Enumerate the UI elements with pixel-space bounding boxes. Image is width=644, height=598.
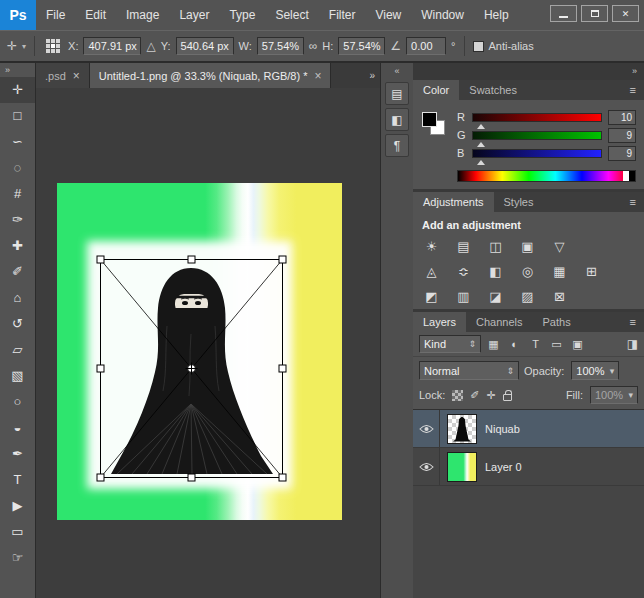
invert-icon[interactable]: ◩ bbox=[421, 287, 442, 306]
fill-dropdown[interactable]: 100% ▾ bbox=[590, 386, 638, 404]
menu-item[interactable]: File bbox=[36, 0, 75, 30]
lasso-tool[interactable]: ∽ bbox=[0, 129, 35, 155]
filter-smart-objects-icon[interactable]: ▣ bbox=[569, 336, 586, 353]
curves-icon[interactable]: ◫ bbox=[485, 237, 506, 256]
move-tool[interactable]: ✛ bbox=[0, 77, 35, 103]
tab-close-icon[interactable]: × bbox=[73, 69, 80, 83]
panel-tab[interactable]: Swatches bbox=[459, 80, 527, 100]
minimize-button[interactable] bbox=[550, 5, 577, 22]
pen-tool[interactable]: ✒ bbox=[0, 441, 35, 467]
foreground-background-swatches[interactable] bbox=[422, 112, 448, 138]
panel-menu-icon[interactable]: ≡ bbox=[622, 192, 644, 212]
panel-tab[interactable]: Color bbox=[413, 80, 459, 100]
rotation-input[interactable]: 0.00 bbox=[406, 37, 446, 55]
filter-pixel-layers-icon[interactable]: ▦ bbox=[485, 336, 502, 353]
exposure-icon[interactable]: ▣ bbox=[517, 237, 538, 256]
color-spectrum-ramp[interactable] bbox=[457, 170, 636, 182]
slider-thumb-icon[interactable] bbox=[477, 138, 485, 147]
rectangular-marquee-tool[interactable]: □ bbox=[0, 103, 35, 129]
channel-slider[interactable] bbox=[472, 131, 602, 140]
clone-stamp-tool[interactable]: ⌂ bbox=[0, 285, 35, 311]
crop-tool[interactable]: # bbox=[0, 181, 35, 207]
menu-item[interactable]: Window bbox=[411, 0, 474, 30]
blend-mode-dropdown[interactable]: Normal ⇕ bbox=[419, 361, 519, 380]
spot-healing-brush-tool[interactable]: ✚ bbox=[0, 233, 35, 259]
channel-value-input[interactable]: 10 bbox=[608, 110, 636, 125]
opacity-dropdown[interactable]: 100% ▾ bbox=[571, 361, 619, 380]
menu-item[interactable]: Help bbox=[474, 0, 519, 30]
menu-item[interactable]: Edit bbox=[75, 0, 116, 30]
blur-tool[interactable]: ○ bbox=[0, 389, 35, 415]
levels-icon[interactable]: ▤ bbox=[453, 237, 474, 256]
properties-panel-icon[interactable]: ◧ bbox=[385, 108, 409, 131]
filter-type-layers-icon[interactable]: T bbox=[527, 336, 544, 353]
link-dimensions-icon[interactable]: ∞ bbox=[309, 40, 318, 52]
filter-adjustment-layers-icon[interactable]: ◐ bbox=[506, 336, 523, 353]
posterize-icon[interactable]: ▥ bbox=[453, 287, 474, 306]
quick-selection-tool[interactable]: ◌ bbox=[0, 155, 35, 181]
channel-slider[interactable] bbox=[472, 113, 602, 122]
menu-item[interactable]: Image bbox=[116, 0, 169, 30]
dock-collapse-icon[interactable]: » bbox=[413, 63, 644, 80]
brush-tool[interactable]: ✐ bbox=[0, 259, 35, 285]
panel-tab[interactable]: Channels bbox=[466, 312, 532, 332]
vibrance-icon[interactable]: ▽ bbox=[549, 237, 570, 256]
dock-expand-icon[interactable]: « bbox=[381, 63, 413, 79]
color-lookup-icon[interactable]: ⊞ bbox=[581, 262, 602, 281]
paragraph-panel-icon[interactable]: ¶ bbox=[385, 134, 409, 157]
panel-menu-icon[interactable]: ≡ bbox=[622, 312, 644, 332]
close-button[interactable]: ✕ bbox=[612, 5, 639, 22]
type-tool[interactable]: T bbox=[0, 467, 35, 493]
restore-button[interactable] bbox=[581, 5, 608, 22]
toolbar-collapse-icon[interactable]: » bbox=[0, 63, 35, 77]
document-image[interactable] bbox=[57, 183, 342, 520]
selective-color-icon[interactable]: ⊠ bbox=[549, 287, 570, 306]
layer-row[interactable]: Layer 0 bbox=[413, 448, 644, 486]
hand-tool[interactable]: ☞ bbox=[0, 545, 35, 571]
channel-slider[interactable] bbox=[472, 149, 602, 158]
hue-saturation-icon[interactable]: ◬ bbox=[421, 262, 442, 281]
threshold-icon[interactable]: ◪ bbox=[485, 287, 506, 306]
brightness-contrast-icon[interactable]: ☀ bbox=[421, 237, 442, 256]
history-brush-tool[interactable]: ↺ bbox=[0, 311, 35, 337]
tool-preset-icon[interactable]: ✛ bbox=[7, 40, 17, 52]
lock-transparency-icon[interactable] bbox=[452, 390, 463, 401]
panel-tab[interactable]: Styles bbox=[494, 192, 544, 212]
panel-tab[interactable]: Layers bbox=[413, 312, 466, 332]
layer-thumbnail[interactable] bbox=[447, 452, 477, 482]
document-tab[interactable]: Untitled-1.png @ 33.3% (Niquab, RGB/8) *… bbox=[90, 63, 332, 88]
eraser-tool[interactable]: ▱ bbox=[0, 337, 35, 363]
lock-position-icon[interactable]: ✛ bbox=[487, 390, 496, 401]
reference-point-locator[interactable] bbox=[46, 39, 60, 53]
panel-tab[interactable]: Paths bbox=[533, 312, 581, 332]
lock-pixels-icon[interactable]: ✐ bbox=[470, 390, 479, 401]
slider-thumb-icon[interactable] bbox=[477, 120, 485, 129]
history-panel-icon[interactable]: ▤ bbox=[385, 82, 409, 105]
rectangle-tool[interactable]: ▭ bbox=[0, 519, 35, 545]
layer-row[interactable]: Niquab bbox=[413, 410, 644, 448]
path-selection-tool[interactable]: ▶ bbox=[0, 493, 35, 519]
tab-close-icon[interactable]: × bbox=[314, 69, 321, 83]
tab-overflow-icon[interactable]: » bbox=[369, 63, 375, 89]
gradient-tool[interactable]: ▧ bbox=[0, 363, 35, 389]
filter-kind-dropdown[interactable]: Kind ⇕ bbox=[419, 335, 481, 353]
menu-item[interactable]: View bbox=[365, 0, 411, 30]
free-transform-bounding-box[interactable] bbox=[97, 256, 286, 481]
menu-item[interactable]: Type bbox=[219, 0, 265, 30]
photo-filter-icon[interactable]: ◎ bbox=[517, 262, 538, 281]
channel-mixer-icon[interactable]: ▦ bbox=[549, 262, 570, 281]
relative-position-icon[interactable]: △ bbox=[146, 40, 155, 52]
width-input[interactable]: 57.54% bbox=[257, 37, 304, 55]
filter-toggle-icon[interactable]: ◨ bbox=[627, 337, 638, 351]
dodge-tool[interactable]: ◒ bbox=[0, 415, 35, 441]
menu-item[interactable]: Select bbox=[265, 0, 318, 30]
layer-thumbnail[interactable] bbox=[447, 414, 477, 444]
menu-item[interactable]: Layer bbox=[169, 0, 219, 30]
document-tab[interactable]: .psd × bbox=[36, 63, 90, 88]
panel-tab[interactable]: Adjustments bbox=[413, 192, 494, 212]
menu-item[interactable]: Filter bbox=[319, 0, 366, 30]
channel-value-input[interactable]: 9 bbox=[608, 146, 636, 161]
black-white-icon[interactable]: ◧ bbox=[485, 262, 506, 281]
panel-menu-icon[interactable]: ≡ bbox=[622, 80, 644, 100]
color-balance-icon[interactable]: ≎ bbox=[453, 262, 474, 281]
